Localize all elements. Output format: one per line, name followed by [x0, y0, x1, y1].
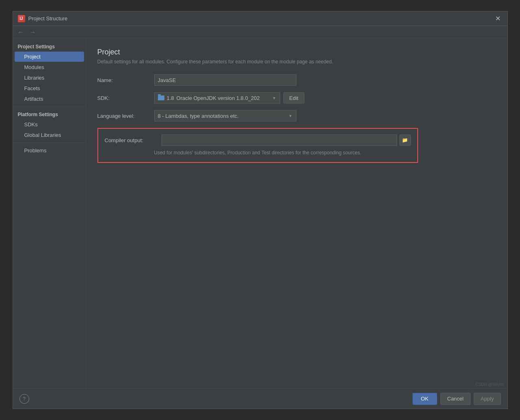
back-button[interactable]: ← [16, 28, 25, 36]
sidebar-item-global-libraries[interactable]: Global Libraries [15, 130, 84, 140]
app-icon: IJ [18, 15, 25, 22]
help-button[interactable]: ? [19, 394, 29, 404]
title-bar: IJ Project Structure ✕ [13, 11, 507, 26]
sidebar-divider-1 [13, 106, 86, 107]
sidebar-divider-2 [13, 143, 86, 143]
action-buttons: OK Cancel Apply [412, 393, 501, 405]
name-label: Name: [97, 77, 154, 83]
sdk-select-content: 1.8 Oracle OpenJDK version 1.8.0_202 [158, 95, 272, 101]
compiler-input-row: 📁 [162, 134, 411, 146]
edit-button[interactable]: Edit [283, 92, 304, 104]
sidebar-item-project[interactable]: Project [15, 52, 84, 62]
compiler-output-row: Compiler output: 📁 [105, 134, 411, 146]
name-row: Name: [97, 74, 496, 86]
sdk-dropdown[interactable]: 1.8 Oracle OpenJDK version 1.8.0_202 ▼ [154, 92, 280, 104]
content-area: Project Settings Project Modules Librari… [13, 38, 507, 388]
language-level-dropdown[interactable]: 8 - Lambdas, type annotations etc. ▼ [154, 110, 296, 121]
sidebar-item-sdks[interactable]: SDKs [15, 119, 84, 130]
language-level-label: Language level: [97, 113, 154, 119]
name-input[interactable] [154, 74, 296, 86]
forward-button[interactable]: → [28, 28, 37, 36]
nav-bar: ← → [13, 26, 507, 38]
watermark: CSDN @Billyhz [475, 382, 504, 387]
language-level-row: Language level: 8 - Lambdas, type annota… [97, 110, 496, 121]
language-level-arrow: ▼ [289, 114, 293, 118]
page-title: Project [97, 48, 496, 56]
sdk-dropdown-arrow: ▼ [272, 96, 276, 100]
compiler-output-label: Compiler output: [105, 137, 162, 143]
page-subtitle: Default settings for all modules. Config… [97, 59, 496, 65]
sidebar-item-libraries[interactable]: Libraries [15, 73, 84, 83]
sdk-row: SDK: 1.8 Oracle OpenJDK version 1.8.0_20… [97, 92, 496, 104]
sdk-version: 1.8 [167, 95, 174, 101]
main-content: Project Default settings for all modules… [86, 38, 507, 388]
browse-icon: 📁 [402, 137, 408, 143]
project-structure-dialog: IJ Project Structure ✕ ← → Project Setti… [13, 11, 508, 409]
compiler-output-input[interactable] [162, 134, 397, 146]
sdk-folder-icon [158, 95, 164, 100]
sdk-controls: 1.8 Oracle OpenJDK version 1.8.0_202 ▼ E… [154, 92, 304, 104]
bottom-bar: ? OK Cancel Apply [13, 388, 507, 409]
platform-settings-header: Platform Settings [13, 109, 86, 119]
compiler-output-section: Compiler output: 📁 Used for modules' sub… [97, 128, 418, 163]
sidebar-item-artifacts[interactable]: Artifacts [15, 94, 84, 104]
close-button[interactable]: ✕ [494, 14, 503, 23]
cancel-button[interactable]: Cancel [440, 393, 470, 405]
sdk-name-text: Oracle OpenJDK version 1.8.0_202 [177, 95, 260, 101]
apply-button[interactable]: Apply [474, 393, 501, 405]
language-level-value: 8 - Lambdas, type annotations etc. [158, 113, 239, 119]
sidebar-item-facets[interactable]: Facets [15, 83, 84, 93]
title-bar-left: IJ Project Structure [18, 15, 68, 22]
project-settings-header: Project Settings [13, 41, 86, 51]
browse-button[interactable]: 📁 [399, 134, 411, 146]
dialog-title: Project Structure [28, 15, 68, 22]
sidebar-item-problems[interactable]: Problems [15, 145, 84, 156]
sidebar-item-modules[interactable]: Modules [15, 62, 84, 72]
compiler-output-hint: Used for modules' subdirectories, Produc… [105, 150, 411, 156]
ok-button[interactable]: OK [412, 393, 437, 405]
sdk-label: SDK: [97, 95, 154, 101]
sidebar: Project Settings Project Modules Librari… [13, 38, 86, 388]
